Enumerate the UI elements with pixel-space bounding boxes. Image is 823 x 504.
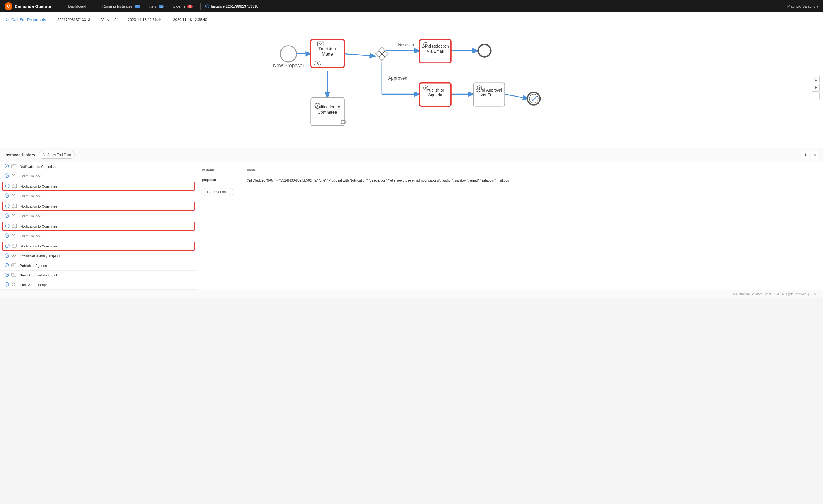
breadcrumb-id: 2251799813713318 [57, 17, 90, 22]
svg-text:Rejected: Rejected [398, 42, 416, 47]
check-icon [5, 253, 9, 258]
breadcrumb-start-time: 2020-11-18 12:36:44 [128, 17, 162, 22]
history-item[interactable]: EndEvent_1l8rhpb [0, 280, 197, 290]
history-item[interactable]: Notification to Commitee [2, 182, 195, 191]
split-panel: Notification to Commitee Event_1yllcx2 N… [0, 162, 823, 290]
nav-separator-3 [200, 3, 201, 10]
history-item[interactable]: Notification to Commitee [2, 202, 195, 211]
history-item[interactable]: Publish to Agenda [0, 261, 197, 271]
history-type-icon [11, 164, 17, 169]
panel-title: Instance History [5, 153, 35, 157]
history-label: Notification to Commitee [20, 165, 57, 169]
check-icon [5, 184, 10, 188]
variables-panel: Variable Value proposal {"id":"fedc9c76-… [197, 162, 823, 290]
svg-text:Approved: Approved [388, 76, 407, 80]
history-label: Event_1yllcx2 [20, 234, 41, 238]
history-check-icon [5, 244, 10, 249]
nav-incidents[interactable]: Incidents 0 [167, 4, 196, 8]
svg-text:Commitee: Commitee [318, 110, 337, 114]
history-check-icon [5, 224, 10, 229]
history-type-icon [12, 244, 18, 249]
history-item[interactable]: Notification to Commitee [2, 222, 195, 231]
zoom-in-button[interactable]: + [812, 84, 820, 91]
breadcrumb-process: ↻ Call For Proposals [6, 17, 46, 22]
check-icon [5, 213, 9, 218]
history-type-icon [12, 184, 18, 189]
svg-text:Agenda: Agenda [429, 93, 442, 97]
check-icon [5, 204, 10, 208]
running-instances-badge: 4 [135, 4, 140, 8]
nav-instance: Instance 2251799813713318 [205, 4, 258, 8]
history-item[interactable]: ExclusiveGateway_03j900u [0, 251, 197, 261]
history-item[interactable]: Event_1yllcx2 [0, 212, 197, 221]
history-check-icon [5, 164, 9, 169]
footer-text: © Camunda Services GmbH 2020. All rights… [733, 292, 818, 296]
end-event-rejected[interactable] [478, 44, 491, 57]
check-icon [5, 224, 10, 228]
history-type-icon [12, 224, 18, 229]
bpmn-diagram: New Proposal Decision Made Notification … [0, 27, 823, 148]
history-check-icon [5, 174, 9, 179]
incidents-badge: 0 [187, 4, 192, 8]
value-col-header: Value [247, 168, 818, 172]
variable-name: proposal [202, 178, 247, 183]
process-name[interactable]: Call For Proposals [11, 17, 46, 22]
history-label: Notification to Commitee [20, 185, 57, 188]
nav-running-instances[interactable]: Running Instances 4 [99, 4, 143, 8]
show-end-time-button[interactable]: ⏱ Show End Time [39, 151, 75, 159]
zoom-out-button[interactable]: − [812, 92, 820, 100]
locate-button[interactable]: ⊕ [812, 75, 820, 83]
svg-line-66 [14, 236, 14, 236]
history-item[interactable]: Notification to Commitee [0, 162, 197, 172]
app-name: Camunda Operate [15, 4, 51, 9]
start-event[interactable] [280, 46, 296, 62]
history-check-icon [5, 204, 10, 209]
history-type-icon [11, 174, 17, 179]
nav-separator-1 [60, 3, 60, 10]
svg-text:Send Rejection: Send Rejection [422, 44, 449, 48]
svg-text:Via Email: Via Email [427, 49, 444, 53]
expand-button[interactable]: ✕ [811, 151, 818, 159]
check-icon [5, 263, 9, 267]
history-label: Notification to Commitee [20, 204, 57, 208]
history-item[interactable]: Event_1yllcx2 [0, 231, 197, 241]
history-panel: Notification to Commitee Event_1yllcx2 N… [0, 162, 197, 290]
breadcrumb-end-time: 2020-11-18 12:38:40 [173, 17, 207, 22]
svg-line-9 [504, 94, 528, 98]
variable-col-header: Variable [202, 168, 247, 172]
history-label: Event_1yllcx2 [20, 214, 41, 218]
collapse-button[interactable]: ⬇ [802, 151, 809, 159]
history-check-icon [5, 263, 9, 268]
history-check-icon [5, 213, 9, 219]
history-check-icon [5, 253, 9, 259]
svg-text:Decision: Decision [319, 46, 336, 51]
nav-bar: C Camunda Operate Dashboard Running Inst… [0, 0, 823, 12]
check-icon [5, 194, 9, 198]
history-item[interactable]: Event_1yllcx2 [0, 172, 197, 181]
history-label: Event_1yllcx2 [20, 194, 41, 198]
history-item[interactable]: Event_1yllcx2 [0, 192, 197, 201]
history-type-icon [11, 194, 17, 199]
logo-circle: C [5, 2, 12, 10]
variable-row: proposal {"id":"fedc9c76-0c47-4351-8400-… [202, 176, 818, 185]
nav-dashboard[interactable]: Dashboard [65, 4, 90, 8]
add-variable-button[interactable]: + Add Variable [202, 188, 233, 196]
instance-check-icon [205, 4, 209, 8]
nav-user[interactable]: Mauricio Salatino ▾ [788, 4, 818, 8]
svg-point-81 [12, 283, 15, 286]
variables-table: Variable Value proposal {"id":"fedc9c76-… [202, 167, 818, 185]
check-icon [5, 233, 9, 238]
nav-filters[interactable]: Filters 1 [143, 4, 167, 8]
panel-actions: ⬇ ✕ [802, 151, 818, 159]
history-type-icon [11, 273, 17, 278]
filters-badge: 1 [159, 4, 164, 8]
history-label: Notification to Commitee [20, 224, 57, 228]
footer: © Camunda Services GmbH 2020. All rights… [0, 290, 823, 298]
history-check-icon [5, 184, 10, 189]
history-check-icon [5, 273, 9, 278]
history-check-icon [5, 194, 9, 199]
history-item[interactable]: Notification to Commitee [2, 242, 195, 251]
zoom-controls: ⊕ + − [812, 75, 820, 100]
history-label: EndEvent_1l8rhpb [20, 283, 48, 287]
history-item[interactable]: Send Approval Via Email [0, 271, 197, 280]
